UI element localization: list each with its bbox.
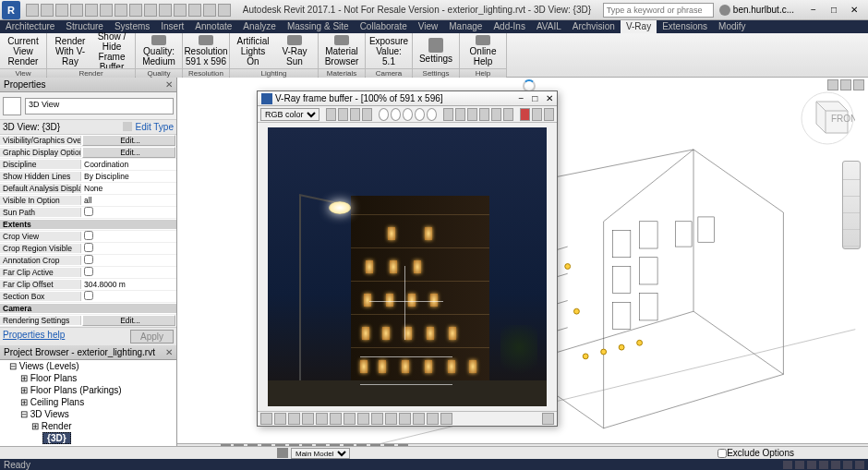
tree-item[interactable]: ⊟ 3D Views	[0, 408, 176, 420]
qat-section-icon[interactable]	[174, 4, 187, 17]
vfb-grid-icon[interactable]	[491, 108, 501, 121]
prop-value[interactable]: Edit...	[82, 315, 175, 326]
tab-addins[interactable]: Add-Ins	[488, 20, 530, 33]
vfb-f-exposure-icon[interactable]	[274, 413, 286, 425]
ribbon-artificial-lights-on[interactable]: Artificial Lights On	[234, 35, 272, 66]
prop-value[interactable]	[81, 291, 176, 302]
apply-button[interactable]: Apply	[130, 330, 174, 343]
tab-insert[interactable]: Insert	[155, 20, 189, 33]
qat-undo-icon[interactable]	[55, 4, 68, 17]
nav-orbit-icon[interactable]	[843, 213, 860, 230]
qat-open-icon[interactable]	[26, 4, 39, 17]
help-search-input[interactable]	[603, 3, 714, 18]
vfb-saveall-icon[interactable]	[350, 108, 360, 121]
tree-item[interactable]: ⊞ Render	[0, 420, 176, 432]
nav-look-icon[interactable]	[843, 230, 860, 247]
qat-tag-icon[interactable]	[129, 4, 142, 17]
qat-close-icon[interactable]	[203, 4, 216, 17]
edit-type-button[interactable]: Edit Type	[135, 122, 174, 132]
prop-value[interactable]: all	[81, 196, 176, 205]
vfb-f-stamp-icon[interactable]	[385, 413, 397, 425]
close-button[interactable]: ✕	[846, 4, 862, 17]
vfb-f-pixel-icon[interactable]	[413, 413, 425, 425]
navigation-bar[interactable]	[842, 161, 861, 249]
tab-collaborate[interactable]: Collaborate	[355, 20, 413, 33]
vfb-f-compare-icon[interactable]	[427, 413, 439, 425]
viewcube[interactable]: FRONT	[800, 90, 855, 146]
tile-views-icon[interactable]	[827, 79, 838, 90]
prop-value[interactable]: 304.8000 m	[81, 280, 176, 289]
vfb-f-icc-icon[interactable]	[357, 413, 369, 425]
vfb-link-icon[interactable]	[443, 108, 453, 121]
prop-checkbox[interactable]	[84, 207, 93, 216]
project-browser-tree[interactable]: ⊟ Views (Levels)⊞ Floor Plans⊞ Floor Pla…	[0, 360, 176, 455]
vfb-render-image[interactable]	[268, 127, 547, 406]
tab-annotate[interactable]: Annotate	[189, 20, 237, 33]
prop-checkbox[interactable]	[84, 231, 93, 240]
design-option-select[interactable]: Main Model	[291, 448, 350, 459]
vray-frame-buffer-window[interactable]: V-Ray frame buffer - [100% of 591 x 596]…	[257, 90, 558, 427]
vfb-green-icon[interactable]	[391, 108, 401, 121]
prop-checkbox[interactable]	[84, 291, 93, 300]
qat-thin-icon[interactable]	[188, 4, 201, 17]
prop-checkbox[interactable]	[84, 243, 93, 252]
close-hidden-icon[interactable]	[853, 79, 864, 90]
tree-item[interactable]: ⊟ Views (Levels)	[0, 360, 176, 372]
qat-text-icon[interactable]	[144, 4, 157, 17]
vfb-f-debug-icon[interactable]	[440, 413, 452, 425]
vfb-f-wb-icon[interactable]	[288, 413, 300, 425]
prop-value[interactable]	[81, 255, 176, 266]
qat-print-icon[interactable]	[85, 4, 98, 17]
maximize-button[interactable]: □	[826, 4, 842, 17]
tab-analyze[interactable]: Analyze	[237, 20, 282, 33]
prop-value[interactable]: Coordination	[81, 160, 176, 169]
vfb-track-icon[interactable]	[479, 108, 489, 121]
nav-pan-icon[interactable]	[843, 180, 860, 197]
prop-checkbox[interactable]	[84, 255, 93, 264]
tab-vray[interactable]: V-Ray	[621, 20, 657, 33]
qat-save-icon[interactable]	[41, 4, 54, 17]
sel-filter-icon[interactable]	[783, 461, 792, 469]
prop-checkbox[interactable]	[84, 267, 93, 276]
prop-value[interactable]: Edit...	[82, 147, 175, 158]
vfb-maximize-button[interactable]: □	[532, 93, 537, 103]
sel-pin-icon[interactable]	[819, 461, 828, 469]
vfb-f-ocio-icon[interactable]	[344, 413, 356, 425]
vfb-titlebar[interactable]: V-Ray frame buffer - [100% of 591 x 596]…	[258, 91, 557, 106]
vfb-channel-select[interactable]: RGB color	[260, 108, 319, 121]
tab-architecture[interactable]: Architecture	[0, 20, 60, 33]
tab-avail[interactable]: AVAIL	[531, 20, 567, 33]
sel-drag-icon[interactable]	[843, 461, 852, 469]
qat-redo-icon[interactable]	[70, 4, 83, 17]
ribbon-online-help[interactable]: Online Help	[464, 35, 502, 66]
cascade-icon[interactable]	[840, 79, 851, 90]
qat-measure-icon[interactable]	[100, 4, 113, 17]
vfb-f-hue-icon[interactable]	[302, 413, 314, 425]
vfb-close-button[interactable]: ✕	[546, 93, 553, 103]
tab-massingsite[interactable]: Massing & Site	[282, 20, 355, 33]
tab-view[interactable]: View	[413, 20, 444, 33]
minimize-button[interactable]: −	[805, 4, 822, 17]
vfb-blue-icon[interactable]	[403, 108, 413, 121]
ribbon-render-with-v-ray[interactable]: Render With V-Ray	[51, 35, 90, 66]
browser-close-icon[interactable]: ✕	[165, 347, 173, 357]
vfb-load-icon[interactable]	[338, 108, 348, 121]
filter-icon[interactable]	[123, 122, 132, 131]
vfb-mono-icon[interactable]	[427, 108, 437, 121]
vfb-stop-icon[interactable]	[520, 108, 530, 121]
tree-item[interactable]: ⊞ Floor Plans	[0, 372, 176, 384]
qat-3d-icon[interactable]	[159, 4, 172, 17]
vfb-clear-icon[interactable]	[362, 108, 372, 121]
ribbon-settings[interactable]: Settings	[416, 35, 455, 66]
vfb-f-expand-icon[interactable]	[542, 413, 554, 425]
vfb-alpha-icon[interactable]	[415, 108, 425, 121]
properties-close-icon[interactable]: ✕	[165, 79, 173, 90]
user-menu[interactable]: ben.hurlbut.c...	[719, 5, 794, 16]
vfb-save-icon[interactable]	[326, 108, 336, 121]
tab-archvision[interactable]: Archvision	[567, 20, 621, 33]
vfb-cc-icon[interactable]	[544, 108, 554, 121]
app-menu-icon[interactable]: R	[2, 1, 20, 19]
nav-zoom-icon[interactable]	[843, 197, 860, 213]
vfb-f-bg-icon[interactable]	[316, 413, 328, 425]
exclude-options-checkbox[interactable]	[717, 449, 727, 458]
